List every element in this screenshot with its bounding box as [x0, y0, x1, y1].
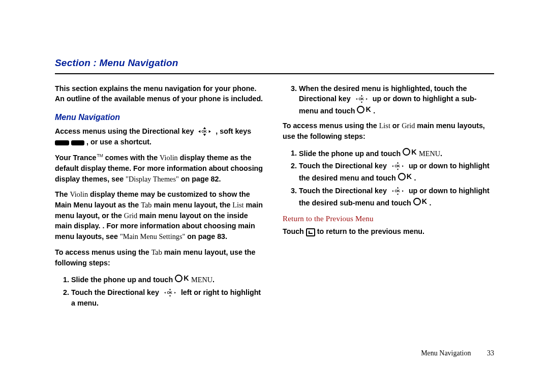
directional-key-icon: OK: [389, 186, 407, 196]
svg-text:OK: OK: [358, 98, 364, 101]
svg-text:OK: OK: [394, 165, 400, 168]
ok-icon: K: [413, 196, 428, 207]
steps-left-cont: When the desired menu is highlighted, to…: [283, 83, 494, 117]
svg-text:OK: OK: [394, 189, 400, 193]
access-paragraph: Access menus using the Directional key O…: [55, 126, 266, 147]
list-item: When the desired menu is highlighted, to…: [299, 83, 494, 117]
theme-paragraph: Your TranceTM comes with the Violin disp…: [55, 153, 266, 184]
directional-key-icon: OK: [353, 94, 371, 104]
page-footer: Menu Navigation 33: [421, 348, 494, 358]
return-paragraph: Touch to return to the previous menu.: [283, 226, 494, 237]
list-item: Touch the Directional key OK up or down …: [299, 161, 494, 184]
list-item: Touch the Directional key OK up or down …: [299, 186, 494, 208]
columns: This section explains the menu navigatio…: [55, 81, 494, 313]
svg-text:OK: OK: [202, 130, 207, 134]
svg-text:OK: OK: [167, 291, 172, 294]
layout-paragraph: The Violin display theme may be customiz…: [55, 189, 266, 242]
subhead-return: Return to the Previous Menu: [283, 214, 494, 225]
directional-key-icon: OK: [161, 288, 179, 298]
tab-steps-intro: To access menus using the Tab main menu …: [55, 247, 266, 268]
steps-left: Slide the phone up and touch K MENU. Tou…: [55, 273, 266, 309]
steps-right: Slide the phone up and touch K MENU. Tou…: [283, 147, 494, 208]
ok-icon: K: [398, 171, 412, 182]
ok-icon: K: [403, 147, 417, 158]
list-item: Touch the Directional key OK left or rig…: [71, 287, 266, 309]
list-item: Slide the phone up and touch K MENU.: [299, 147, 494, 159]
trademark-icon: TM: [97, 153, 103, 158]
section-title: Section : Menu Navigation: [55, 56, 494, 70]
page-number: 33: [487, 349, 494, 357]
page: Section : Menu Navigation This section e…: [55, 56, 494, 346]
listgrid-intro: To access menus using the List or Grid m…: [283, 120, 494, 141]
directional-key-icon: OK: [196, 127, 214, 137]
column-left: This section explains the menu navigatio…: [55, 81, 266, 313]
heading-menu-navigation: Menu Navigation: [55, 111, 266, 123]
list-item: Slide the phone up and touch K MENU.: [71, 273, 266, 285]
softkey-icon: [55, 140, 69, 145]
ok-icon: K: [357, 104, 371, 115]
ok-icon: K: [175, 273, 189, 284]
footer-label: Menu Navigation: [421, 349, 471, 357]
intro-paragraph: This section explains the menu navigatio…: [55, 83, 266, 104]
section-rule: [55, 73, 494, 74]
softkey-icon: [71, 140, 84, 145]
column-right: When the desired menu is highlighted, to…: [283, 81, 494, 313]
directional-key-icon: OK: [389, 161, 407, 171]
back-key-icon: [306, 228, 315, 236]
